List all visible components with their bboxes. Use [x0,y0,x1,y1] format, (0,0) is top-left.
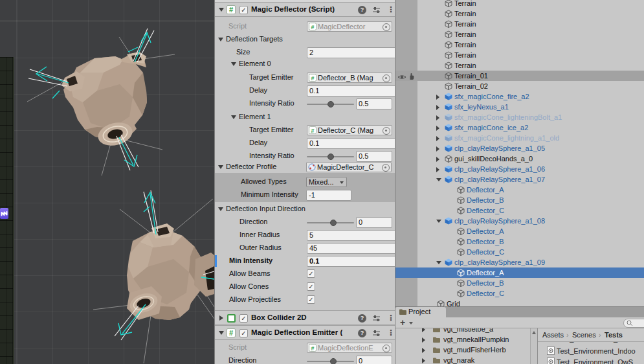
presets-icon[interactable] [372,314,381,323]
hierarchy-item-clp_clayRelaySphere_a1_08[interactable]: clp_clayRelaySphere_a1_08 [395,216,644,226]
deflection-targets-foldout[interactable]: Deflection Targets [215,33,395,46]
hierarchy-item-gui_skillDecoHands_a_0[interactable]: gui_skillDecoHands_a_0 [395,154,644,164]
asset-item-partial[interactable]: Test_Environment_ [538,342,644,345]
asset-item[interactable]: Test_Environment_OwS [538,357,644,364]
asset-item[interactable]: Test_Environment_Indoo [538,346,644,356]
foldout-arrow-icon[interactable] [219,8,224,12]
hierarchy-item-clp_clayRelaySphere_a1_05[interactable]: clp_clayRelaySphere_a1_05 [395,143,644,154]
input-direction-foldout[interactable]: Deflection Input Direction [215,203,395,216]
hierarchy-item-Deflector_C[interactable]: Deflector_C [395,247,644,257]
project-folder-vgt_mistletoe_a[interactable]: vgt_mistletoe_a [395,328,530,334]
breadcrumb-scenes[interactable]: Scenes [572,331,596,339]
expand-arrow-icon[interactable] [422,358,425,363]
expand-arrow-icon[interactable] [436,136,439,141]
expand-arrow-icon[interactable] [422,348,425,353]
allow-cones-checkbox[interactable]: ✓ [307,282,315,291]
hierarchy-item-Terrain[interactable]: Terrain [395,50,644,60]
hierarchy-item-Deflector_B[interactable]: Deflector_B [395,195,644,205]
expand-arrow-icon[interactable] [436,146,439,152]
expand-arrow-icon[interactable] [436,126,439,131]
project-tree-scrollbar[interactable] [530,328,537,364]
hierarchy-item-sfx_magicCone_lightning_a1_old[interactable]: sfx_magicCone_lightning_a1_old [395,133,644,143]
expand-arrow-icon[interactable] [436,167,439,172]
min-intensity-field[interactable]: 0.1 [307,256,395,267]
element1-foldout[interactable]: Element 1 [215,111,395,124]
e0-delay-field[interactable]: 0.1 [307,85,395,97]
component-header-box-collider[interactable]: ✓ Box Collider 2D ? ⋮ [215,310,395,325]
component-header-magic-deflector[interactable]: # ✓ Magic Deflector (Script) ? ⋮ [215,2,395,17]
hierarchy-item-clp_clayRelaySphere_a1_06[interactable]: clp_clayRelaySphere_a1_06 [395,164,644,174]
expand-arrow-icon[interactable] [436,115,439,120]
foldout-arrow-icon[interactable] [219,315,223,321]
hierarchy-item-Deflector_A[interactable]: Deflector_A [395,185,644,195]
hierarchy-item-Terrain[interactable]: Terrain [395,19,644,29]
e1-delay-field[interactable]: 0.1 [307,138,395,149]
hierarchy-item-Terrain[interactable]: Terrain [395,8,644,19]
inner-radius-field[interactable]: 5 [307,230,395,241]
hierarchy-item-sfx_leyNexus_a1[interactable]: sfx_leyNexus_a1 [395,102,644,112]
hierarchy-item-clp_clayRelaySphere_a1_09[interactable]: clp_clayRelaySphere_a1_09 [395,257,644,267]
hierarchy-item-Deflector_B[interactable]: Deflector_B [395,278,644,288]
slider-knob[interactable] [330,220,337,226]
kebab-menu-icon[interactable]: ⋮ [387,329,395,337]
help-icon[interactable]: ? [358,329,366,337]
direction-slider[interactable] [307,222,354,223]
e0-target-emitter-field[interactable]: # Deflector_B (Mag [307,73,392,83]
foldout-arrow-icon[interactable] [218,207,223,211]
object-picker-icon[interactable] [383,23,390,31]
hierarchy-item-Terrain[interactable]: Terrain [395,40,644,50]
enabled-checkbox[interactable]: ✓ [239,329,248,337]
project-folder-vgt_mudFisherHerb[interactable]: vgt_mudFisherHerb [395,345,530,355]
expand-arrow-icon[interactable] [436,157,439,162]
foldout-arrow-icon[interactable] [218,38,223,41]
component-header-magic-deflection-emitter[interactable]: # ✓ Magic Deflection Emitter ( ? ⋮ [215,325,395,340]
hierarchy-item-Deflector_B[interactable]: Deflector_B [395,236,644,247]
e1-target-emitter-field[interactable]: # Deflector_C (Mag [307,125,392,135]
project-folder-vgt_narak[interactable]: vgt_narak [395,355,530,364]
object-picker-icon[interactable] [382,164,390,172]
add-asset-button[interactable]: + [400,317,405,328]
collapse-arrow-icon[interactable] [436,178,441,181]
deflector-profile-row[interactable]: Deflector Profile MagicDeflector_C [215,161,395,174]
expand-arrow-icon[interactable] [422,337,425,343]
ley-wave-icon[interactable] [0,208,8,219]
project-folder-vgt_mnekallPumpkin[interactable]: vgt_mnekallPumpkin [395,334,530,345]
project-search-input[interactable] [623,319,644,328]
presets-icon[interactable] [372,6,381,14]
hierarchy-item-Grid[interactable]: Grid [395,299,644,306]
intensity-ratio-slider[interactable] [307,104,354,105]
enabled-checkbox[interactable]: ✓ [239,314,248,323]
hierarchy-item-Terrain[interactable]: Terrain [395,60,644,71]
help-icon[interactable]: ? [358,6,366,14]
e0-intensity-ratio-field[interactable]: 0.5 [356,98,392,109]
kebab-menu-icon[interactable]: ⋮ [387,6,395,14]
tab-project[interactable]: Project [395,307,446,317]
enabled-checkbox[interactable]: ✓ [239,6,248,14]
script-object-field[interactable]: # MagicDeflector [307,21,392,32]
presets-icon[interactable] [372,329,381,337]
hierarchy-item-Terrain[interactable]: Terrain [395,29,644,40]
kebab-menu-icon[interactable]: ⋮ [387,314,395,323]
foldout-arrow-icon[interactable] [231,115,236,119]
outer-radius-field[interactable]: 45 [307,243,395,254]
breadcrumb-tests[interactable]: Tests [605,331,623,339]
hierarchy-item-Terrain[interactable]: Terrain [395,0,644,8]
minimum-intensity-field[interactable]: -1 [306,190,351,201]
chevron-down-icon[interactable] [409,322,413,324]
element0-foldout[interactable]: Element 0 [215,58,395,71]
expand-arrow-icon[interactable] [436,105,439,110]
hierarchy-item-Deflector_A[interactable]: Deflector_A [395,267,644,278]
scene-view[interactable] [0,0,214,364]
emitter-direction-field[interactable]: 0 [356,356,392,364]
allow-beams-checkbox[interactable]: ✓ [307,269,315,278]
help-icon[interactable]: ? [358,314,366,323]
object-picker-icon[interactable] [383,345,390,352]
collapse-arrow-icon[interactable] [436,261,441,264]
expand-arrow-icon[interactable] [436,95,439,100]
hierarchy-item-sfx_magicCone_ice_a2[interactable]: sfx_magicCone_ice_a2 [395,122,644,133]
collapse-arrow-icon[interactable] [436,220,441,223]
slider-knob[interactable] [328,154,334,160]
hierarchy-item-sfx_magicCone_fire_a2[interactable]: sfx_magicCone_fire_a2 [395,91,644,102]
object-picker-icon[interactable] [383,74,390,82]
hierarchy-item-Deflector_A[interactable]: Deflector_A [395,226,644,236]
